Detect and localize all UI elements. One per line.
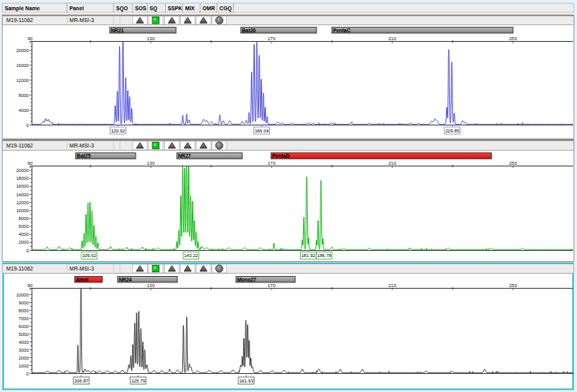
- svg-text:14000: 14000: [16, 192, 28, 197]
- svg-text:229.85: 229.85: [445, 129, 459, 133]
- svg-text:210: 210: [388, 161, 397, 166]
- svg-text:Mono27: Mono27: [238, 277, 257, 282]
- svg-text:90: 90: [28, 36, 33, 41]
- svg-text:10000: 10000: [16, 293, 28, 297]
- svg-text:CGQ: CGQ: [219, 6, 231, 12]
- svg-text:250: 250: [509, 36, 518, 41]
- svg-text:170: 170: [268, 36, 276, 41]
- svg-text:186.78: 186.78: [317, 253, 332, 258]
- svg-text:143.22: 143.22: [184, 253, 198, 258]
- svg-text:166.04: 166.04: [255, 129, 270, 133]
- svg-text:210: 210: [388, 36, 397, 41]
- svg-text:8000: 8000: [19, 308, 29, 313]
- svg-text:2000: 2000: [19, 240, 29, 245]
- svg-text:M19-11062: M19-11062: [6, 266, 33, 271]
- svg-text:7000: 7000: [19, 316, 29, 321]
- svg-text:SQ: SQ: [150, 6, 158, 12]
- svg-text:4000: 4000: [19, 232, 29, 237]
- svg-text:90: 90: [28, 283, 33, 288]
- svg-text:20000: 20000: [16, 48, 28, 53]
- svg-text:170: 170: [268, 283, 276, 288]
- svg-text:NR21: NR21: [111, 28, 125, 33]
- svg-text:90: 90: [28, 161, 33, 166]
- svg-text:0: 0: [26, 123, 28, 128]
- svg-text:130: 130: [147, 161, 155, 166]
- svg-text:SSPK: SSPK: [168, 6, 183, 11]
- svg-text:250: 250: [509, 161, 518, 166]
- svg-text:0: 0: [26, 371, 28, 376]
- svg-text:0: 0: [26, 248, 28, 253]
- svg-text:20000: 20000: [16, 168, 28, 173]
- svg-text:8000: 8000: [19, 216, 29, 221]
- svg-text:125.79: 125.79: [131, 379, 145, 383]
- svg-text:1000: 1000: [19, 364, 29, 368]
- svg-text:MR-MSI-3: MR-MSI-3: [69, 143, 94, 148]
- svg-text:6000: 6000: [19, 224, 29, 229]
- svg-text:10000: 10000: [16, 208, 28, 213]
- svg-text:NR24: NR24: [119, 277, 133, 282]
- svg-text:250: 250: [509, 283, 518, 288]
- svg-text:181.92: 181.92: [302, 253, 316, 258]
- svg-text:18000: 18000: [16, 176, 28, 181]
- svg-text:MR-MSI-3: MR-MSI-3: [69, 17, 94, 23]
- svg-text:Amel: Amel: [76, 277, 88, 282]
- svg-text:Bat26: Bat26: [242, 28, 257, 33]
- svg-text:130: 130: [147, 283, 155, 288]
- svg-text:8000: 8000: [19, 93, 29, 98]
- svg-text:161.63: 161.63: [239, 379, 253, 383]
- svg-text:Bat25: Bat25: [77, 153, 91, 159]
- svg-text:120.92: 120.92: [111, 129, 126, 133]
- svg-text:16000: 16000: [16, 63, 28, 68]
- svg-text:SOS: SOS: [135, 6, 147, 11]
- svg-text:6000: 6000: [19, 324, 29, 329]
- svg-text:4000: 4000: [19, 108, 29, 113]
- svg-text:130: 130: [147, 36, 155, 41]
- svg-text:PentaD: PentaD: [272, 153, 290, 159]
- svg-text:MR-MSI-3: MR-MSI-3: [69, 266, 94, 271]
- svg-text:M19-11062: M19-11062: [6, 143, 33, 148]
- svg-text:M19-11062: M19-11062: [6, 17, 33, 23]
- svg-text:12000: 12000: [16, 78, 28, 83]
- svg-text:4000: 4000: [19, 340, 29, 345]
- svg-text:MIX: MIX: [185, 6, 196, 11]
- svg-text:3000: 3000: [19, 348, 29, 353]
- svg-text:9000: 9000: [19, 301, 29, 305]
- svg-text:5000: 5000: [19, 332, 29, 337]
- svg-text:PentaC: PentaC: [333, 28, 350, 33]
- svg-text:12000: 12000: [16, 200, 28, 205]
- svg-text:SQO: SQO: [116, 6, 128, 12]
- svg-text:NR27: NR27: [178, 153, 192, 159]
- svg-text:109.62: 109.62: [82, 253, 96, 258]
- svg-text:106.87: 106.87: [74, 379, 88, 383]
- svg-text:2000: 2000: [19, 356, 29, 360]
- svg-text:210: 210: [388, 283, 397, 288]
- svg-text:Panel: Panel: [69, 6, 84, 11]
- svg-text:16000: 16000: [16, 184, 28, 189]
- svg-text:Sample Name: Sample Name: [5, 6, 40, 12]
- svg-text:OMR: OMR: [203, 6, 215, 11]
- svg-text:170: 170: [268, 161, 276, 166]
